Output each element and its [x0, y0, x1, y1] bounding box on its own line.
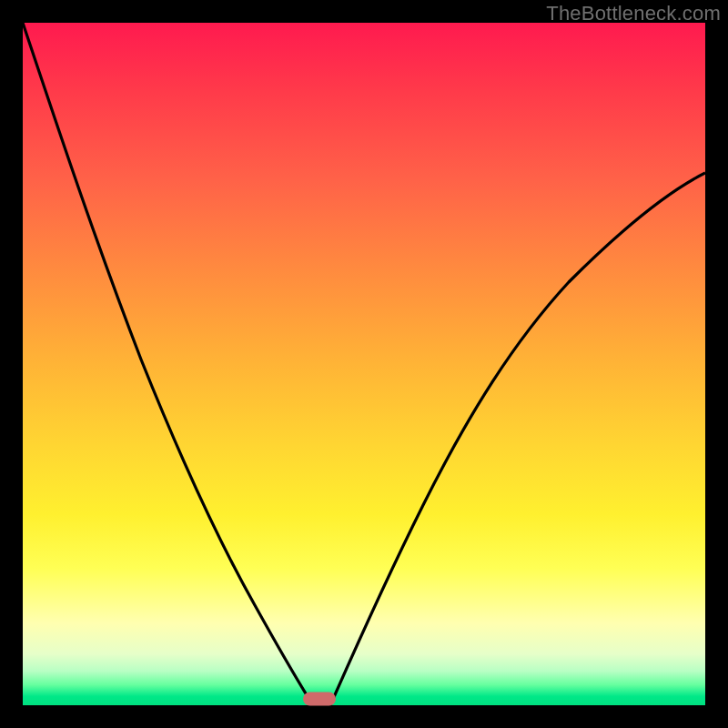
curves-layer [23, 23, 705, 705]
right-curve [330, 173, 705, 705]
bottleneck-marker [303, 692, 336, 705]
chart-frame: TheBottleneck.com [0, 0, 728, 728]
plot-area [23, 23, 705, 705]
left-curve [23, 23, 313, 705]
watermark-text: TheBottleneck.com [546, 2, 721, 25]
